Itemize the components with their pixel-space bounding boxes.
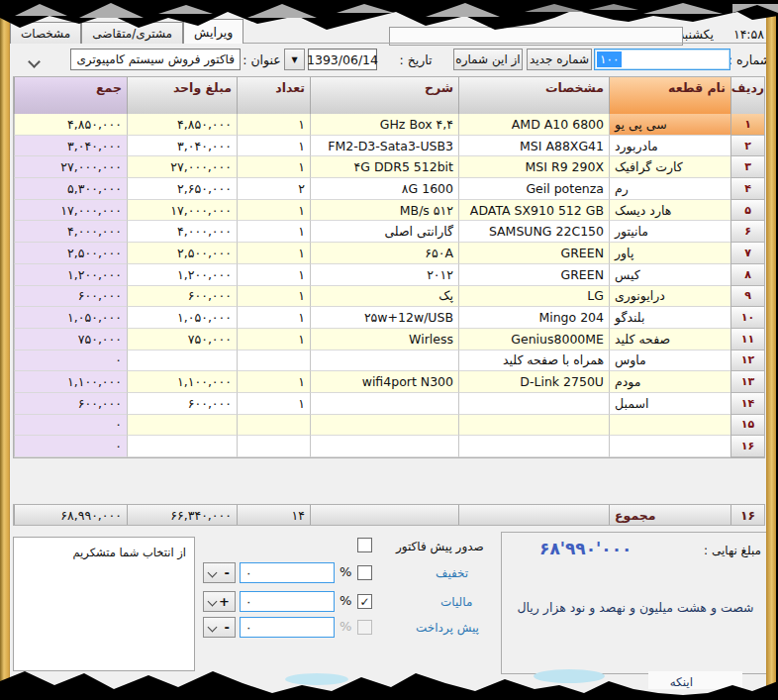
- cell-qty[interactable]: ۱: [237, 307, 310, 329]
- cell-name[interactable]: کارت گرافیک: [609, 156, 730, 178]
- cell-no[interactable]: ۶: [730, 221, 764, 243]
- header-spec[interactable]: مشخصات: [458, 77, 609, 115]
- cell-desc[interactable]: ۲۵w+12w/USB: [310, 307, 458, 329]
- cell-desc[interactable]: GHz Box ۴,۴: [310, 114, 458, 136]
- cell-qty[interactable]: ۱: [237, 371, 310, 393]
- cell-name[interactable]: ماوس: [609, 350, 730, 372]
- cell-no[interactable]: ۱۳: [730, 371, 764, 393]
- cell-unit[interactable]: ۱,۱۰۰,۰۰۰: [127, 371, 237, 393]
- cell-qty[interactable]: ۱: [237, 114, 310, 136]
- cell-total[interactable]: ۴,۸۵۰,۰۰۰: [14, 114, 127, 136]
- cell-total[interactable]: ۲۷,۰۰۰,۰۰۰: [14, 156, 127, 178]
- cell-unit[interactable]: ۴,۰۰۰,۰۰۰: [127, 221, 237, 243]
- date-dropdown-button[interactable]: ▼: [284, 49, 305, 70]
- cell-desc[interactable]: گارانتی اصلی: [310, 221, 458, 243]
- new-number-button[interactable]: شماره جدید: [527, 49, 592, 70]
- cell-total[interactable]: ۱,۲۰۰,۰۰۰: [14, 264, 127, 286]
- cell-desc[interactable]: wifi4port N300: [310, 371, 458, 393]
- cell-spec[interactable]: GREEN: [458, 243, 609, 264]
- cell-qty[interactable]: [237, 350, 310, 372]
- cell-spec[interactable]: Geil potenza: [458, 178, 609, 200]
- cell-desc[interactable]: [310, 393, 458, 415]
- cell-unit[interactable]: ۷۵۰,۰۰۰: [127, 329, 237, 350]
- cell-name[interactable]: بلندگو: [609, 307, 730, 329]
- cell-no[interactable]: ۹: [730, 286, 764, 308]
- proforma-checkbox[interactable]: [357, 538, 372, 552]
- cell-no[interactable]: ۴: [730, 178, 764, 200]
- cell-no[interactable]: ۵: [730, 200, 764, 222]
- prepay-percent-checkbox[interactable]: [357, 620, 372, 635]
- cell-desc[interactable]: ۴G DDR5 512bit: [310, 156, 458, 178]
- cell-qty[interactable]: ۱: [237, 156, 310, 178]
- cell-total[interactable]: ۶۰۰,۰۰۰: [14, 286, 127, 308]
- cell-spec[interactable]: Mingo 204: [458, 307, 609, 329]
- cell-unit[interactable]: ۱۷,۰۰۰,۰۰۰: [127, 200, 237, 222]
- cell-unit[interactable]: [127, 350, 237, 372]
- cell-unit[interactable]: ۲,۵۰۰,۰۰۰: [127, 243, 237, 264]
- tax-percent-checkbox[interactable]: ✓: [357, 594, 372, 609]
- cell-unit[interactable]: ۴,۸۵۰,۰۰۰: [127, 114, 237, 136]
- cell-total[interactable]: ۰: [14, 415, 127, 437]
- cell-unit[interactable]: ۳,۰۴۰,۰۰۰: [127, 136, 237, 157]
- cell-spec[interactable]: Genius8000ME: [458, 329, 609, 350]
- prepay-input[interactable]: ۰: [240, 617, 335, 638]
- cell-name[interactable]: مودم: [609, 371, 730, 393]
- cell-qty[interactable]: ۱: [237, 286, 310, 308]
- cell-total[interactable]: ۰: [14, 350, 127, 372]
- header-quantity[interactable]: تعداد: [237, 77, 310, 115]
- tax-stepper-button[interactable]: +: [203, 591, 236, 612]
- cell-no[interactable]: ۱: [730, 114, 764, 136]
- cell-desc[interactable]: ۸G 1600: [310, 178, 458, 200]
- cell-total[interactable]: ۵,۳۰۰,۰۰۰: [14, 178, 127, 200]
- discount-input[interactable]: ۰: [240, 562, 335, 583]
- cell-spec[interactable]: AMD A10 6800: [458, 114, 609, 136]
- cell-unit[interactable]: [127, 415, 237, 437]
- chevron-down-icon[interactable]: [28, 55, 41, 68]
- cell-desc[interactable]: MB/s ۵۱۲: [310, 200, 458, 222]
- header-description[interactable]: شرح: [310, 77, 458, 115]
- cell-name[interactable]: مادربورد: [609, 136, 730, 157]
- cell-no[interactable]: ۲: [730, 136, 764, 157]
- cell-desc[interactable]: ۶۵۰A: [310, 243, 458, 264]
- cell-name[interactable]: صفحه کلید: [609, 329, 730, 350]
- cell-qty[interactable]: ۱: [237, 264, 310, 286]
- cell-name[interactable]: کیس: [609, 264, 730, 286]
- cell-spec[interactable]: همراه با صفحه کلید: [458, 350, 609, 372]
- cell-name[interactable]: اسمبل: [609, 393, 730, 415]
- header-unit-price[interactable]: مبلغ واحد: [127, 77, 237, 115]
- cell-spec[interactable]: MSI R9 290X: [458, 156, 609, 178]
- cell-spec[interactable]: D-Link 2750U: [458, 371, 609, 393]
- cell-qty[interactable]: ۱: [237, 136, 310, 157]
- note-textarea[interactable]: از انتخاب شما متشکریم: [13, 537, 195, 671]
- cell-spec[interactable]: SAMSUNG 22C150: [458, 221, 609, 243]
- cell-unit[interactable]: ۱,۲۰۰,۰۰۰: [127, 264, 237, 286]
- header-total[interactable]: جمع: [14, 77, 127, 115]
- cell-spec[interactable]: MSI A88XG41: [458, 136, 609, 157]
- cell-qty[interactable]: ۱: [237, 221, 310, 243]
- cell-unit[interactable]: ۲۷,۰۰۰,۰۰۰: [127, 156, 237, 178]
- cell-unit[interactable]: ۶۰۰,۰۰۰: [127, 393, 237, 415]
- cell-spec[interactable]: LG: [458, 286, 609, 308]
- cell-spec[interactable]: [458, 436, 609, 457]
- cell-desc[interactable]: ۲۰۱۲: [310, 264, 458, 286]
- invoice-title-combobox[interactable]: فاکتور فروش سیستم کامپیوتری: [70, 49, 241, 70]
- cell-no[interactable]: ۸: [730, 264, 764, 286]
- cell-unit[interactable]: [127, 436, 237, 457]
- discount-percent-checkbox[interactable]: [357, 565, 372, 580]
- cell-total[interactable]: ۰: [14, 436, 127, 457]
- cell-qty[interactable]: ۱: [237, 200, 310, 222]
- cell-qty[interactable]: ۱: [237, 329, 310, 350]
- from-this-number-button[interactable]: از این شماره: [453, 49, 523, 70]
- cell-total[interactable]: ۱,۰۵۰,۰۰۰: [14, 307, 127, 329]
- cell-desc[interactable]: [310, 436, 458, 457]
- cell-name[interactable]: پاور: [609, 243, 730, 264]
- cell-unit[interactable]: ۲,۶۵۰,۰۰۰: [127, 178, 237, 200]
- cell-name[interactable]: هارد دیسک: [609, 200, 730, 222]
- cell-qty[interactable]: [237, 436, 310, 457]
- cell-desc[interactable]: FM2-D3-Sata3-USB3: [310, 136, 458, 157]
- discount-stepper-button[interactable]: -: [203, 562, 236, 583]
- header-part-name[interactable]: نام قطعه: [609, 77, 730, 115]
- cell-no[interactable]: ۳: [730, 156, 764, 178]
- cell-total[interactable]: ۳,۰۴۰,۰۰۰: [14, 136, 127, 157]
- cell-desc[interactable]: پک: [310, 286, 458, 308]
